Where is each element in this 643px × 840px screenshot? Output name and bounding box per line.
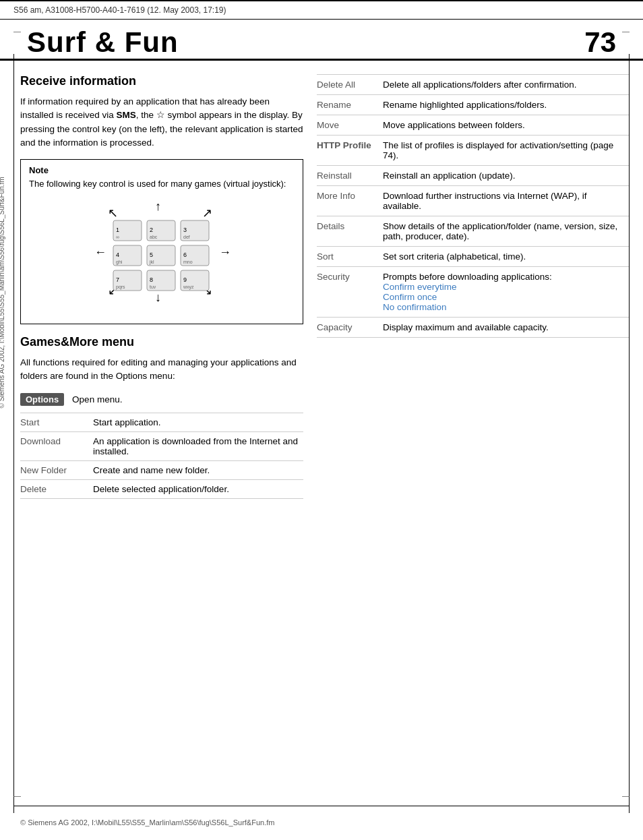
svg-text:tuv: tuv: [150, 284, 156, 289]
right-menu-term: More Info: [317, 186, 377, 216]
receive-section-title: Receive information: [20, 74, 303, 88]
svg-text:3: 3: [183, 227, 187, 233]
bottom-left-decoration: —: [13, 791, 21, 800]
right-menu-description: Show details of the application/folder (…: [377, 216, 630, 247]
left-border-line: [13, 54, 14, 813]
receive-section: Receive information If information requi…: [20, 74, 303, 324]
svg-text:5: 5: [150, 251, 153, 258]
svg-text:∞: ∞: [116, 235, 119, 239]
right-menu-term: Sort: [317, 247, 377, 267]
svg-text:→: →: [219, 245, 231, 259]
svg-text:abc: abc: [150, 235, 158, 239]
menu-description: Start application.: [88, 413, 303, 431]
svg-text:8: 8: [150, 276, 153, 283]
right-menu-row: HTTP Profile The list of profiles is dis…: [317, 136, 630, 166]
right-menu-row: Rename Rename highlighted applications/f…: [317, 95, 630, 115]
menu-term: Delete: [20, 479, 88, 498]
sub-option: Confirm once: [383, 292, 437, 302]
keypad-diagram: ↖ ↑ ↗ ← → ↙ ↓ ↘: [29, 197, 295, 311]
svg-text:wxyz: wxyz: [183, 284, 194, 290]
svg-text:9: 9: [183, 276, 187, 283]
footer-line: [13, 806, 630, 806]
right-border-line: [629, 54, 630, 813]
svg-text:↖: ↖: [108, 206, 118, 220]
right-menu-description: The list of profiles is displayed for ac…: [377, 136, 630, 166]
header-text: S56 am, A31008-H5700-A40-1-7619 (12. May…: [13, 5, 226, 15]
options-open-label: Open menu.: [72, 394, 122, 404]
right-menu-term: Move: [317, 115, 377, 136]
header-bar: S56 am, A31008-H5700-A40-1-7619 (12. May…: [0, 0, 643, 20]
top-right-decoration: —: [622, 27, 630, 35]
right-menu-row: More Info Download further instructions …: [317, 186, 630, 216]
sub-option: Confirm everytime: [383, 282, 457, 292]
right-menu-description: Delete all applications/folders after co…: [377, 75, 630, 95]
note-text: The following key control is used for ma…: [29, 178, 295, 190]
svg-text:7: 7: [116, 276, 119, 283]
right-menu-description: Move applications between folders.: [377, 115, 630, 136]
content-area: Receive information If information requi…: [0, 74, 643, 499]
menu-description: Create and name new folder.: [88, 460, 303, 479]
left-column: Receive information If information requi…: [20, 74, 303, 499]
svg-text:↗: ↗: [202, 206, 212, 220]
options-row: Options Open menu.: [20, 393, 303, 406]
svg-text:↑: ↑: [155, 200, 161, 213]
games-body-text: All functions required for editing and m…: [20, 356, 303, 384]
svg-text:↓: ↓: [155, 291, 161, 304]
left-menu-table: Start Start application. Download An app…: [20, 413, 303, 499]
svg-text:6: 6: [183, 251, 187, 258]
svg-text:←: ←: [94, 245, 106, 259]
right-menu-term: Security: [317, 267, 377, 318]
right-menu-term: Rename: [317, 95, 377, 115]
right-menu-term: Capacity: [317, 318, 377, 338]
right-menu-description: Rename highlighted applications/folders.: [377, 95, 630, 115]
svg-text:ghi: ghi: [116, 260, 123, 265]
right-menu-row: Delete All Delete all applications/folde…: [317, 75, 630, 95]
games-section-title: Games&More menu: [20, 335, 303, 349]
svg-text:mno: mno: [183, 260, 193, 264]
menu-term: Start: [20, 413, 88, 431]
keypad-svg: ↖ ↑ ↗ ← → ↙ ↓ ↘: [88, 197, 236, 311]
right-column: Delete All Delete all applications/folde…: [317, 74, 630, 499]
left-menu-row: New Folder Create and name new folder.: [20, 460, 303, 479]
svg-text:1: 1: [116, 227, 119, 233]
svg-text:pqrs: pqrs: [116, 284, 125, 290]
right-menu-term: Reinstall: [317, 166, 377, 186]
right-menu-description: Reinstall an application (update).: [377, 166, 630, 186]
svg-text:def: def: [183, 235, 190, 239]
right-menu-term: Details: [317, 216, 377, 247]
right-menu-row: Sort Set sort criteria (alphabetical, ti…: [317, 247, 630, 267]
right-menu-row: Move Move applications between folders.: [317, 115, 630, 136]
right-menu-row: Details Show details of the application/…: [317, 216, 630, 247]
right-menu-description: Set sort criteria (alphabetical, time).: [377, 247, 630, 267]
right-menu-term: Delete All: [317, 75, 377, 95]
menu-description: Delete selected application/folder.: [88, 479, 303, 498]
right-menu-description: Download further instructions via Intern…: [377, 186, 630, 216]
menu-term: New Folder: [20, 460, 88, 479]
page-number: 73: [584, 26, 616, 59]
left-menu-row: Start Start application.: [20, 413, 303, 431]
games-menu-section: Games&More menu All functions required f…: [20, 335, 303, 499]
note-box: Note The following key control is used f…: [20, 159, 303, 324]
right-menu-row: Security Prompts before downloading appl…: [317, 267, 630, 318]
left-menu-row: Download An application is downloaded fr…: [20, 431, 303, 460]
svg-text:2: 2: [150, 227, 153, 233]
right-menu-row: Reinstall Reinstall an application (upda…: [317, 166, 630, 186]
menu-term: Download: [20, 431, 88, 460]
svg-text:jkl: jkl: [149, 260, 154, 265]
page-title-area: Surf & Fun 73: [0, 20, 643, 61]
page-title: Surf & Fun: [27, 26, 179, 59]
sub-option: No confirmation: [383, 302, 447, 312]
note-title: Note: [29, 165, 295, 175]
receive-body-text: If information required by an applicatio…: [20, 95, 303, 150]
right-menu-table: Delete All Delete all applications/folde…: [317, 74, 630, 338]
options-badge: Options: [20, 393, 64, 406]
right-menu-row: Capacity Display maximum and available c…: [317, 318, 630, 338]
left-menu-row: Delete Delete selected application/folde…: [20, 479, 303, 498]
right-menu-term: HTTP Profile: [317, 136, 377, 166]
bottom-right-decoration: —: [622, 791, 630, 800]
right-menu-description: Display maximum and available capacity.: [377, 318, 630, 338]
menu-description: An application is downloaded from the In…: [88, 431, 303, 460]
footer-copyright: © Siemens AG 2002, I:\Mobil\L55\S55_Marl…: [20, 818, 274, 827]
right-menu-description: Prompts before downloading applications:…: [377, 267, 630, 318]
sidebar-rotated-text: © Siemens AG 2002, I:\Mobil\L55\S55_Marl…: [0, 177, 5, 408]
